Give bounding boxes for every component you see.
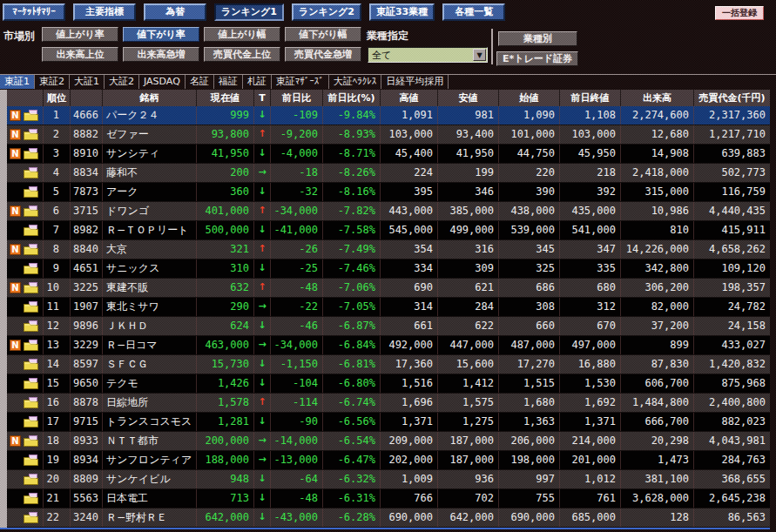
table-row[interactable]: N78982Ｒ−ＴＯＰリート500,000↓-41,000-7.58%545,0… — [7, 221, 770, 240]
nav-button[interactable]: 各種一覧 — [442, 3, 505, 21]
table-row[interactable]: N94651サニックス310↓-25-7.46%334309325335342,… — [7, 259, 770, 279]
cell-vol: 10,986 — [621, 202, 694, 220]
nav-button[interactable]: ﾏｰｹｯﾄｻﾏﾘｰ — [3, 3, 65, 21]
cell-chg: -32 — [271, 183, 323, 201]
table-row[interactable]: N129896ＪＫＨＤ624↓-46-6.87%66162266067037,2… — [7, 317, 770, 336]
market-tab[interactable]: 東証1 — [0, 75, 35, 89]
news-icon[interactable]: N — [10, 148, 21, 159]
batch-register-button[interactable]: 一括登録 — [715, 6, 764, 20]
cell-high: 334 — [381, 259, 438, 278]
news-icon[interactable]: N — [10, 205, 21, 217]
folder-icon[interactable] — [24, 282, 38, 293]
market-tab[interactable]: JASDAQ — [139, 75, 186, 89]
tick-direction-flat-icon: → — [254, 336, 271, 354]
cell-rank: 19 — [44, 451, 71, 469]
nav-button[interactable]: 東証33業種 — [369, 3, 435, 21]
market-tab[interactable]: 大証ﾍﾗｸﾚｽ — [329, 75, 382, 89]
table-row[interactable]: N133229Ｒ−日コマ463,000→-34,000-6.84%492,000… — [7, 336, 770, 355]
table-row[interactable]: N148597ＳＦＣＧ15,730↓-1,150-6.81%17,36015,6… — [7, 355, 770, 374]
table-row[interactable]: N215563日本電工713↓-48-6.31%7667027557613,62… — [7, 489, 770, 508]
cell-pct: -7.46% — [323, 259, 381, 278]
table-row[interactable]: N63715ドワンゴ401,000↑-34,000-7.82%443,00038… — [7, 202, 770, 221]
table-row[interactable]: N28882ゼファー93,800↑-9,200-8.93%103,00093,4… — [7, 125, 770, 145]
folder-icon[interactable] — [24, 148, 38, 159]
table-row[interactable]: N14666パーク２４999↓-109-9.84%1,0919811,0901,… — [7, 106, 770, 125]
market-tab[interactable]: 福証 — [214, 75, 243, 89]
market-tab[interactable]: 日経平均採用 — [381, 75, 449, 89]
folder-icon[interactable] — [24, 359, 38, 370]
rank-filter-button[interactable]: 値上がり率 — [42, 27, 118, 42]
market-tab[interactable]: 札証 — [243, 75, 272, 89]
rank-filter-button[interactable]: 値下がり率 — [123, 27, 199, 42]
news-icon[interactable]: N — [10, 244, 21, 255]
folder-icon[interactable] — [24, 378, 38, 389]
industry-category-button[interactable]: 業種別 — [498, 31, 577, 46]
dropdown-arrow-icon[interactable]: ▼ — [473, 49, 486, 61]
table-row[interactable]: N48834藤和不200→-18-8.26%2241992202182,418,… — [7, 164, 770, 183]
table-row[interactable]: N159650テクモ1,426↓-104-6.80%1,5161,4121,51… — [7, 374, 770, 394]
folder-icon[interactable] — [24, 435, 38, 447]
volume-filter-button[interactable]: 出来高上位 — [42, 47, 118, 62]
news-icon[interactable]: N — [10, 340, 21, 351]
rank-filter-button[interactable]: 値上がり幅 — [204, 27, 280, 42]
folder-icon[interactable] — [24, 493, 38, 504]
cell-chg: -34,000 — [271, 202, 323, 220]
folder-icon[interactable] — [24, 320, 38, 332]
folder-icon[interactable] — [24, 129, 38, 140]
folder-icon[interactable] — [24, 455, 38, 466]
broker-button[interactable]: E*トレード証券 — [496, 51, 578, 66]
market-tab[interactable]: 東証ﾏｻﾞｰｽﾞ — [272, 75, 329, 89]
news-icon[interactable]: N — [10, 129, 21, 140]
cell-val: 882,023 — [694, 413, 770, 431]
folder-icon[interactable] — [24, 512, 38, 523]
folder-icon[interactable] — [24, 186, 38, 198]
folder-icon[interactable] — [24, 225, 38, 236]
volume-filter-buttons: 出来高上位出来高急増売買代金上位売買代金急増 — [42, 47, 361, 62]
nav-button[interactable]: ランキング2 — [292, 3, 361, 21]
folder-icon[interactable] — [24, 110, 38, 121]
nav-button[interactable]: 主要指標 — [73, 3, 136, 21]
cell-chg: -43,000 — [271, 508, 323, 527]
table-row[interactable]: N179715トランスコスモス1,281↓-90-6.56%1,3711,275… — [7, 413, 770, 432]
news-icon[interactable]: N — [10, 110, 21, 121]
folder-icon[interactable] — [24, 301, 38, 313]
folder-icon[interactable] — [24, 397, 38, 408]
folder-icon[interactable] — [24, 340, 38, 351]
folder-icon[interactable] — [24, 474, 38, 485]
cell-chg: -64 — [271, 470, 323, 488]
market-tab[interactable]: 大証2 — [105, 75, 139, 89]
folder-icon[interactable] — [24, 263, 38, 274]
industry-dropdown[interactable]: 全て ▼ — [368, 47, 488, 63]
table-row[interactable]: N88840大京321↑-26-7.49%35431634534714,226,… — [7, 240, 770, 259]
market-tab[interactable]: 名証 — [186, 75, 214, 89]
news-icon[interactable]: N — [10, 282, 21, 293]
folder-icon[interactable] — [24, 244, 38, 255]
cell-val: 198,357 — [694, 279, 770, 297]
market-tab[interactable]: 大証1 — [70, 75, 105, 89]
rank-filter-button[interactable]: 値下がり幅 — [285, 27, 361, 42]
volume-filter-button[interactable]: 出来高急増 — [123, 47, 199, 62]
cell-low: 447,000 — [438, 336, 499, 354]
market-tab[interactable]: 東証2 — [35, 75, 70, 89]
table-row[interactable]: N111907東北ミサワ290→-22-7.05%31428430831282,… — [7, 298, 770, 317]
folder-icon[interactable] — [24, 167, 38, 178]
nav-button[interactable]: 為替 — [144, 3, 206, 21]
table-row[interactable]: N57873アーク360↓-32-8.16%395346390392315,00… — [7, 183, 770, 202]
table-row[interactable]: N103225東建不販632↑-48-7.06%690621686680306,… — [7, 279, 770, 298]
table-row[interactable]: N188933ＮＴＴ都市200,000→-14,000-6.54%209,000… — [7, 432, 770, 451]
folder-icon[interactable] — [24, 416, 38, 428]
news-icon[interactable]: N — [10, 435, 21, 447]
table-row[interactable]: N223240Ｒ−野村ＲＥ642,000↓-43,000-6.28%690,00… — [7, 508, 770, 528]
tick-direction-flat-icon: → — [254, 451, 271, 469]
volume-filter-button[interactable]: 売買代金上位 — [204, 47, 280, 62]
nav-button[interactable]: ランキング1 — [214, 3, 284, 21]
table-row[interactable]: N198934サンフロンティア188,000→-13,000-6.47%202,… — [7, 451, 770, 470]
cell-low: 936 — [438, 470, 499, 488]
volume-filter-button[interactable]: 売買代金急増 — [285, 47, 361, 62]
cell-code: 9650 — [71, 374, 103, 393]
folder-icon[interactable] — [24, 205, 38, 217]
table-row[interactable]: N38910サンシティ41,950↓-4,000-8.71%45,40041,9… — [7, 145, 770, 164]
table-row[interactable]: N208809サンケイビル948↓-64-6.32%1,0099369971,0… — [7, 470, 770, 489]
table-row[interactable]: N168878日綜地所1,578↑-114-6.74%1,6961,5751,6… — [7, 394, 770, 413]
cell-prev: 16,880 — [560, 355, 621, 374]
